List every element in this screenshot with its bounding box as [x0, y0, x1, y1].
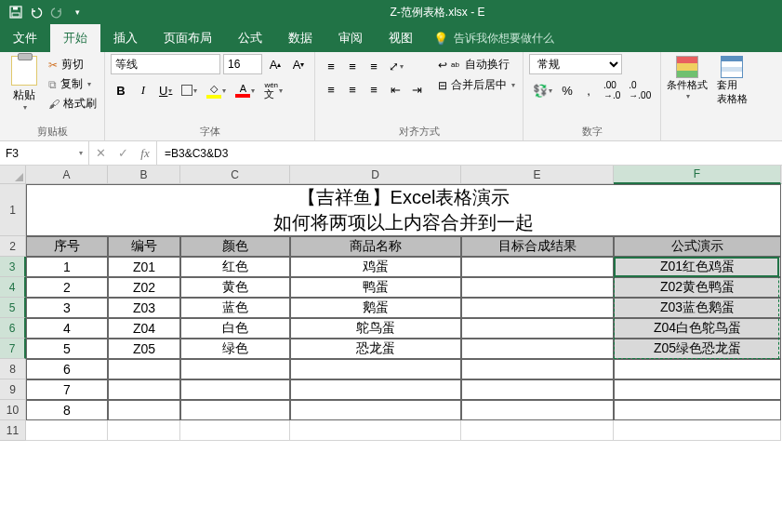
align-middle-button[interactable]: ≡: [342, 56, 363, 76]
cell[interactable]: [614, 359, 781, 379]
cell[interactable]: Z03: [108, 298, 180, 318]
header-color[interactable]: 颜色: [180, 236, 290, 257]
accept-formula-button[interactable]: ✓: [112, 143, 134, 164]
header-target[interactable]: 目标合成结果: [461, 236, 614, 257]
header-formula[interactable]: 公式演示: [614, 236, 781, 257]
cell[interactable]: 6: [26, 359, 108, 379]
row-header-3[interactable]: 3: [0, 257, 26, 277]
cell[interactable]: [290, 420, 461, 441]
row-header-10[interactable]: 10: [0, 400, 26, 420]
border-button[interactable]: ▾: [178, 80, 201, 100]
align-center-button[interactable]: ≡: [342, 79, 363, 100]
col-header-A[interactable]: A: [26, 166, 108, 184]
cell[interactable]: 鸵鸟蛋: [290, 318, 461, 339]
cell[interactable]: 3: [26, 298, 108, 318]
cell[interactable]: [26, 420, 108, 441]
cell[interactable]: [290, 400, 461, 420]
col-header-D[interactable]: D: [290, 166, 461, 184]
cut-button[interactable]: ✂剪切: [46, 56, 99, 73]
merge-center-button[interactable]: ⊟合并后居中▾: [436, 76, 517, 94]
cell[interactable]: [461, 339, 614, 359]
cell[interactable]: [290, 359, 461, 379]
cell[interactable]: [461, 318, 614, 339]
cell[interactable]: Z05: [108, 339, 180, 359]
col-header-F[interactable]: F: [614, 166, 781, 184]
cell-formula-result[interactable]: Z02黄色鸭蛋: [614, 277, 781, 298]
tell-me-search[interactable]: 💡 告诉我你想要做什么: [426, 24, 562, 52]
cell[interactable]: 恐龙蛋: [290, 339, 461, 359]
cell[interactable]: [180, 420, 290, 441]
cell[interactable]: 4: [26, 318, 108, 339]
cell-formula-result[interactable]: Z01红色鸡蛋: [614, 257, 781, 277]
cell[interactable]: 绿色: [180, 339, 290, 359]
fx-button[interactable]: fx: [134, 143, 156, 164]
indent-decrease-button[interactable]: ⇤: [385, 79, 405, 100]
cell[interactable]: 5: [26, 339, 108, 359]
name-box[interactable]: F3 ▾: [0, 141, 89, 165]
cell-formula-result[interactable]: Z05绿色恐龙蛋: [614, 339, 781, 359]
conditional-formatting-button[interactable]: 条件格式 ▾: [667, 56, 708, 100]
percent-button[interactable]: %: [557, 80, 577, 100]
col-header-C[interactable]: C: [180, 166, 290, 184]
format-as-table-button[interactable]: 套用 表格格: [711, 56, 752, 106]
cell[interactable]: [614, 400, 781, 420]
row-header-5[interactable]: 5: [0, 298, 26, 318]
align-top-button[interactable]: ≡: [321, 56, 341, 76]
row-header-1[interactable]: 1: [0, 184, 26, 236]
header-name[interactable]: 商品名称: [290, 236, 461, 257]
font-color-button[interactable]: A▾: [232, 80, 258, 100]
orientation-button[interactable]: ⤢▾: [385, 56, 407, 76]
save-icon[interactable]: [7, 4, 24, 20]
cell[interactable]: [461, 298, 614, 318]
cell[interactable]: Z04: [108, 318, 180, 339]
row-header-7[interactable]: 7: [0, 339, 26, 359]
cell-formula-result[interactable]: Z04白色鸵鸟蛋: [614, 318, 781, 339]
indent-increase-button[interactable]: ⇥: [406, 79, 427, 100]
row-header-9[interactable]: 9: [0, 379, 26, 400]
align-right-button[interactable]: ≡: [364, 79, 384, 100]
row-header-11[interactable]: 11: [0, 420, 26, 441]
col-header-B[interactable]: B: [108, 166, 180, 184]
col-header-E[interactable]: E: [461, 166, 614, 184]
cell[interactable]: 1: [26, 257, 108, 277]
cell[interactable]: 鸡蛋: [290, 257, 461, 277]
font-name-input[interactable]: [111, 54, 220, 74]
cell[interactable]: [180, 379, 290, 400]
cell[interactable]: [108, 379, 180, 400]
cell[interactable]: Z01: [108, 257, 180, 277]
cell[interactable]: 2: [26, 277, 108, 298]
cell[interactable]: 红色: [180, 257, 290, 277]
cell[interactable]: [180, 400, 290, 420]
cell[interactable]: [180, 359, 290, 379]
title-merged-cell[interactable]: 【吉祥鱼】Excel表格演示 如何将两项以上内容合并到一起: [26, 184, 781, 236]
formula-input[interactable]: =B3&C3&D3: [157, 141, 782, 165]
cell[interactable]: 7: [26, 379, 108, 400]
cell[interactable]: [461, 400, 614, 420]
number-format-select[interactable]: 常规: [529, 54, 622, 74]
fill-color-button[interactable]: ◇▾: [203, 80, 230, 100]
undo-icon[interactable]: [28, 4, 45, 20]
decrease-decimal-button[interactable]: .0→.00: [625, 80, 655, 100]
increase-decimal-button[interactable]: .00→.0: [600, 80, 624, 100]
tab-file[interactable]: 文件: [0, 24, 50, 52]
cell[interactable]: [108, 400, 180, 420]
paste-button[interactable]: 粘贴 ▾: [6, 56, 43, 112]
cell[interactable]: [614, 420, 781, 441]
cell[interactable]: 蓝色: [180, 298, 290, 318]
cell[interactable]: [461, 277, 614, 298]
row-header-8[interactable]: 8: [0, 359, 26, 379]
cell[interactable]: [614, 379, 781, 400]
phonetic-button[interactable]: wén文▾: [260, 80, 286, 100]
bold-button[interactable]: B: [111, 80, 131, 100]
redo-icon[interactable]: [48, 4, 65, 20]
cell-formula-result[interactable]: Z03蓝色鹅蛋: [614, 298, 781, 318]
tab-formulas[interactable]: 公式: [225, 24, 275, 52]
tab-page-layout[interactable]: 页面布局: [151, 24, 225, 52]
cell[interactable]: Z02: [108, 277, 180, 298]
cell[interactable]: [108, 359, 180, 379]
tab-review[interactable]: 审阅: [325, 24, 376, 52]
qat-dropdown-icon[interactable]: ▾: [69, 4, 86, 20]
row-header-6[interactable]: 6: [0, 318, 26, 339]
row-header-2[interactable]: 2: [0, 236, 26, 257]
cell[interactable]: [461, 420, 614, 441]
